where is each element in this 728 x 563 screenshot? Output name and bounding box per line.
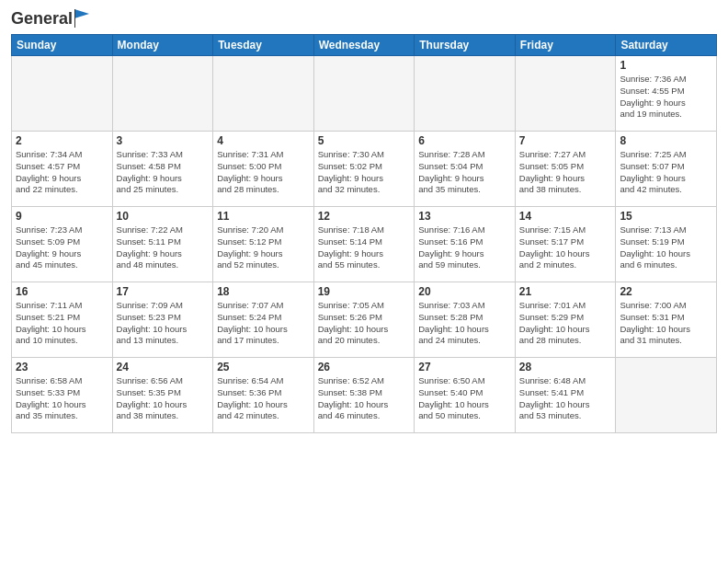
day-info: Sunrise: 7:01 AM Sunset: 5:29 PM Dayligh… — [519, 300, 612, 347]
weekday-header-saturday: Saturday — [616, 35, 717, 56]
calendar-cell: 19Sunrise: 7:05 AM Sunset: 5:26 PM Dayli… — [313, 282, 415, 358]
calendar-cell — [515, 56, 616, 132]
calendar-cell: 1Sunrise: 7:36 AM Sunset: 4:55 PM Daylig… — [616, 56, 717, 132]
day-number: 1 — [620, 59, 712, 72]
calendar-cell — [213, 56, 314, 132]
calendar-cell: 28Sunrise: 6:48 AM Sunset: 5:41 PM Dayli… — [515, 358, 616, 433]
day-number: 9 — [16, 210, 108, 223]
weekday-header-sunday: Sunday — [12, 35, 113, 56]
day-number: 19 — [318, 285, 411, 298]
logo-flag-icon — [74, 9, 89, 28]
day-info: Sunrise: 7:25 AM Sunset: 5:07 PM Dayligh… — [620, 149, 712, 196]
weekday-header-wednesday: Wednesday — [313, 35, 415, 56]
day-info: Sunrise: 7:30 AM Sunset: 5:02 PM Dayligh… — [318, 149, 411, 196]
day-number: 11 — [217, 210, 310, 223]
weekday-header-monday: Monday — [112, 35, 213, 56]
day-number: 7 — [519, 134, 612, 147]
day-number: 17 — [117, 285, 210, 298]
day-info: Sunrise: 7:00 AM Sunset: 5:31 PM Dayligh… — [620, 300, 712, 347]
day-number: 8 — [620, 134, 712, 147]
day-info: Sunrise: 6:50 AM Sunset: 5:40 PM Dayligh… — [418, 375, 511, 422]
calendar-cell: 14Sunrise: 7:15 AM Sunset: 5:17 PM Dayli… — [515, 207, 616, 282]
day-number: 12 — [318, 210, 411, 223]
week-row-1: 1Sunrise: 7:36 AM Sunset: 4:55 PM Daylig… — [12, 56, 717, 132]
day-number: 16 — [16, 285, 108, 298]
calendar-cell — [112, 56, 213, 132]
day-info: Sunrise: 7:34 AM Sunset: 4:57 PM Dayligh… — [16, 149, 108, 196]
day-number: 2 — [16, 134, 108, 147]
day-number: 27 — [418, 361, 511, 373]
week-row-3: 9Sunrise: 7:23 AM Sunset: 5:09 PM Daylig… — [12, 207, 717, 282]
calendar-cell: 15Sunrise: 7:13 AM Sunset: 5:19 PM Dayli… — [616, 207, 717, 282]
calendar-cell: 9Sunrise: 7:23 AM Sunset: 5:09 PM Daylig… — [12, 207, 113, 282]
svg-marker-0 — [74, 9, 89, 18]
header: General — [11, 9, 717, 27]
calendar-cell: 16Sunrise: 7:11 AM Sunset: 5:21 PM Dayli… — [12, 282, 113, 358]
day-number: 6 — [418, 134, 511, 147]
week-row-5: 23Sunrise: 6:58 AM Sunset: 5:33 PM Dayli… — [12, 358, 717, 433]
weekday-header-friday: Friday — [515, 35, 616, 56]
day-number: 21 — [519, 285, 612, 298]
day-number: 26 — [318, 361, 411, 373]
day-info: Sunrise: 7:18 AM Sunset: 5:14 PM Dayligh… — [318, 224, 411, 271]
weekday-header-thursday: Thursday — [415, 35, 516, 56]
day-info: Sunrise: 7:20 AM Sunset: 5:12 PM Dayligh… — [217, 224, 310, 271]
calendar-cell: 18Sunrise: 7:07 AM Sunset: 5:24 PM Dayli… — [213, 282, 314, 358]
day-number: 20 — [418, 285, 511, 298]
logo-general: General — [11, 9, 73, 29]
calendar-cell: 24Sunrise: 6:56 AM Sunset: 5:35 PM Dayli… — [112, 358, 213, 433]
day-info: Sunrise: 6:54 AM Sunset: 5:36 PM Dayligh… — [217, 375, 310, 422]
day-number: 25 — [217, 361, 310, 373]
day-number: 22 — [620, 285, 712, 298]
calendar-cell: 13Sunrise: 7:16 AM Sunset: 5:16 PM Dayli… — [415, 207, 516, 282]
calendar-cell: 8Sunrise: 7:25 AM Sunset: 5:07 PM Daylig… — [616, 132, 717, 207]
day-info: Sunrise: 7:07 AM Sunset: 5:24 PM Dayligh… — [217, 300, 310, 347]
day-info: Sunrise: 7:16 AM Sunset: 5:16 PM Dayligh… — [418, 224, 511, 271]
calendar-cell — [313, 56, 415, 132]
day-info: Sunrise: 7:33 AM Sunset: 4:58 PM Dayligh… — [117, 149, 210, 196]
day-info: Sunrise: 7:22 AM Sunset: 5:11 PM Dayligh… — [117, 224, 210, 271]
weekday-header-row: SundayMondayTuesdayWednesdayThursdayFrid… — [12, 35, 717, 56]
day-info: Sunrise: 7:05 AM Sunset: 5:26 PM Dayligh… — [318, 300, 411, 347]
calendar-cell: 11Sunrise: 7:20 AM Sunset: 5:12 PM Dayli… — [213, 207, 314, 282]
day-info: Sunrise: 6:52 AM Sunset: 5:38 PM Dayligh… — [318, 375, 411, 422]
calendar-cell — [616, 358, 717, 433]
calendar-cell: 26Sunrise: 6:52 AM Sunset: 5:38 PM Dayli… — [313, 358, 415, 433]
day-info: Sunrise: 7:28 AM Sunset: 5:04 PM Dayligh… — [418, 149, 511, 196]
day-info: Sunrise: 7:31 AM Sunset: 5:00 PM Dayligh… — [217, 149, 310, 196]
day-number: 4 — [217, 134, 310, 147]
day-info: Sunrise: 7:03 AM Sunset: 5:28 PM Dayligh… — [418, 300, 511, 347]
calendar-table: SundayMondayTuesdayWednesdayThursdayFrid… — [11, 34, 717, 433]
calendar-cell: 3Sunrise: 7:33 AM Sunset: 4:58 PM Daylig… — [112, 132, 213, 207]
logo: General — [11, 9, 89, 27]
day-info: Sunrise: 7:23 AM Sunset: 5:09 PM Dayligh… — [16, 224, 108, 271]
calendar-cell: 5Sunrise: 7:30 AM Sunset: 5:02 PM Daylig… — [313, 132, 415, 207]
calendar-cell: 10Sunrise: 7:22 AM Sunset: 5:11 PM Dayli… — [112, 207, 213, 282]
day-info: Sunrise: 6:48 AM Sunset: 5:41 PM Dayligh… — [519, 375, 612, 422]
day-info: Sunrise: 7:15 AM Sunset: 5:17 PM Dayligh… — [519, 224, 612, 271]
calendar-cell: 4Sunrise: 7:31 AM Sunset: 5:00 PM Daylig… — [213, 132, 314, 207]
calendar-cell: 23Sunrise: 6:58 AM Sunset: 5:33 PM Dayli… — [12, 358, 113, 433]
day-number: 14 — [519, 210, 612, 223]
day-info: Sunrise: 6:56 AM Sunset: 5:35 PM Dayligh… — [117, 375, 210, 422]
day-info: Sunrise: 7:13 AM Sunset: 5:19 PM Dayligh… — [620, 224, 712, 271]
day-info: Sunrise: 7:27 AM Sunset: 5:05 PM Dayligh… — [519, 149, 612, 196]
calendar-cell — [415, 56, 516, 132]
week-row-4: 16Sunrise: 7:11 AM Sunset: 5:21 PM Dayli… — [12, 282, 717, 358]
weekday-header-tuesday: Tuesday — [213, 35, 314, 56]
calendar-cell: 27Sunrise: 6:50 AM Sunset: 5:40 PM Dayli… — [415, 358, 516, 433]
day-number: 15 — [620, 210, 712, 223]
day-info: Sunrise: 7:36 AM Sunset: 4:55 PM Dayligh… — [620, 74, 712, 121]
calendar-cell: 12Sunrise: 7:18 AM Sunset: 5:14 PM Dayli… — [313, 207, 415, 282]
day-info: Sunrise: 7:11 AM Sunset: 5:21 PM Dayligh… — [16, 300, 108, 347]
day-info: Sunrise: 7:09 AM Sunset: 5:23 PM Dayligh… — [117, 300, 210, 347]
calendar-cell — [12, 56, 113, 132]
calendar-cell: 21Sunrise: 7:01 AM Sunset: 5:29 PM Dayli… — [515, 282, 616, 358]
calendar-cell: 25Sunrise: 6:54 AM Sunset: 5:36 PM Dayli… — [213, 358, 314, 433]
day-number: 13 — [418, 210, 511, 223]
day-number: 24 — [117, 361, 210, 373]
day-number: 5 — [318, 134, 411, 147]
week-row-2: 2Sunrise: 7:34 AM Sunset: 4:57 PM Daylig… — [12, 132, 717, 207]
calendar-cell: 7Sunrise: 7:27 AM Sunset: 5:05 PM Daylig… — [515, 132, 616, 207]
day-number: 23 — [16, 361, 108, 373]
